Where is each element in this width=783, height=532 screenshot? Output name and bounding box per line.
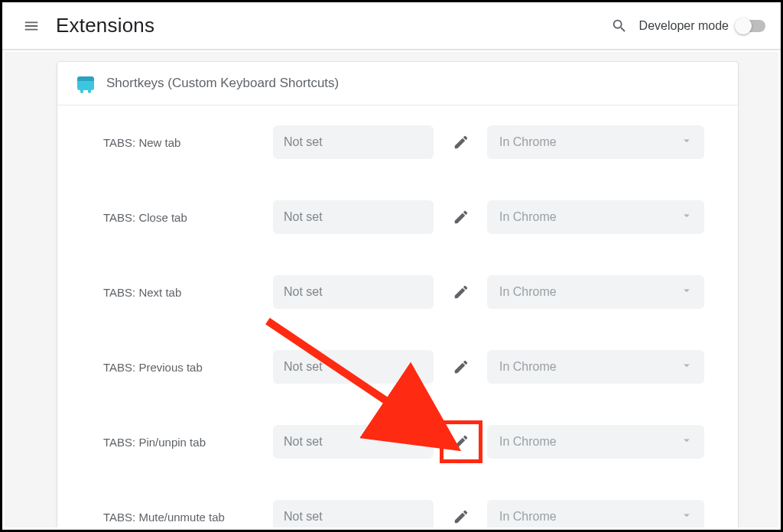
scope-label: In Chrome <box>499 510 557 524</box>
shortcut-row: TABS: New tabNot setIn Chrome <box>103 125 720 159</box>
shortcut-input[interactable]: Not set <box>273 125 434 159</box>
shortcut-row: TABS: Pin/unpin tabNot setIn Chrome <box>103 425 720 459</box>
toolbar: Extensions Developer mode <box>2 2 781 50</box>
pencil-icon <box>453 284 469 300</box>
action-label: TABS: Next tab <box>103 286 273 299</box>
scope-label: In Chrome <box>499 435 557 449</box>
action-label: TABS: New tab <box>103 136 273 149</box>
chevron-down-icon <box>680 209 694 225</box>
chevron-down-icon <box>680 433 694 450</box>
search-button[interactable] <box>604 18 635 34</box>
pencil-icon <box>453 209 469 225</box>
shortcut-input[interactable]: Not set <box>273 200 434 234</box>
extension-card: Shortkeys (Custom Keyboard Shortcuts) TA… <box>57 61 739 527</box>
scope-select[interactable]: In Chrome <box>487 125 704 159</box>
toggle-knob <box>735 18 752 34</box>
action-label: TABS: Close tab <box>103 211 273 224</box>
chevron-down-icon <box>680 358 694 375</box>
pencil-icon <box>453 508 469 525</box>
extension-name: Shortkeys (Custom Keyboard Shortcuts) <box>106 76 339 91</box>
scope-select[interactable]: In Chrome <box>487 275 704 309</box>
edit-shortcut-button[interactable] <box>444 275 478 309</box>
action-label: TABS: Mute/unmute tab <box>103 511 273 524</box>
shortcut-row: TABS: Previous tabNot setIn Chrome <box>103 350 720 384</box>
edit-shortcut-button[interactable] <box>444 200 478 234</box>
scope-label: In Chrome <box>499 210 557 224</box>
action-label: TABS: Pin/unpin tab <box>103 436 273 449</box>
shortcut-row: TABS: Next tabNot setIn Chrome <box>103 275 720 309</box>
chevron-down-icon <box>680 134 694 151</box>
developer-mode-label: Developer mode <box>639 19 729 33</box>
scope-select[interactable]: In Chrome <box>487 350 704 384</box>
extension-icon <box>77 76 94 90</box>
action-label: TABS: Previous tab <box>103 361 273 374</box>
developer-mode-toggle[interactable] <box>736 20 765 32</box>
pencil-icon <box>453 433 469 450</box>
edit-shortcut-button[interactable] <box>444 500 478 527</box>
chevron-down-icon <box>680 284 694 300</box>
shortcut-input[interactable]: Not set <box>273 500 434 527</box>
shortcut-row: TABS: Close tabNot setIn Chrome <box>103 200 720 234</box>
page-body: Shortkeys (Custom Keyboard Shortcuts) TA… <box>5 52 778 527</box>
scope-label: In Chrome <box>499 135 557 149</box>
search-icon <box>611 18 628 34</box>
pencil-icon <box>453 358 469 375</box>
menu-icon <box>23 18 40 34</box>
edit-shortcut-button[interactable] <box>444 425 478 459</box>
shortcut-rows: TABS: New tabNot setIn ChromeTABS: Close… <box>57 105 738 527</box>
shortcut-input[interactable]: Not set <box>273 275 434 309</box>
pencil-icon <box>453 134 469 151</box>
page-title: Extensions <box>56 14 154 37</box>
card-header: Shortkeys (Custom Keyboard Shortcuts) <box>57 62 738 105</box>
shortcut-row: TABS: Mute/unmute tabNot setIn Chrome <box>103 500 720 527</box>
chevron-down-icon <box>680 508 694 525</box>
edit-shortcut-button[interactable] <box>444 125 478 159</box>
scope-label: In Chrome <box>499 285 557 299</box>
scope-select[interactable]: In Chrome <box>487 200 704 234</box>
shortcut-input[interactable]: Not set <box>273 350 434 384</box>
scope-select[interactable]: In Chrome <box>487 500 704 527</box>
menu-button[interactable] <box>21 18 42 34</box>
scope-label: In Chrome <box>499 360 557 374</box>
edit-shortcut-button[interactable] <box>444 350 478 384</box>
shortcut-input[interactable]: Not set <box>273 425 434 459</box>
scope-select[interactable]: In Chrome <box>487 425 704 459</box>
